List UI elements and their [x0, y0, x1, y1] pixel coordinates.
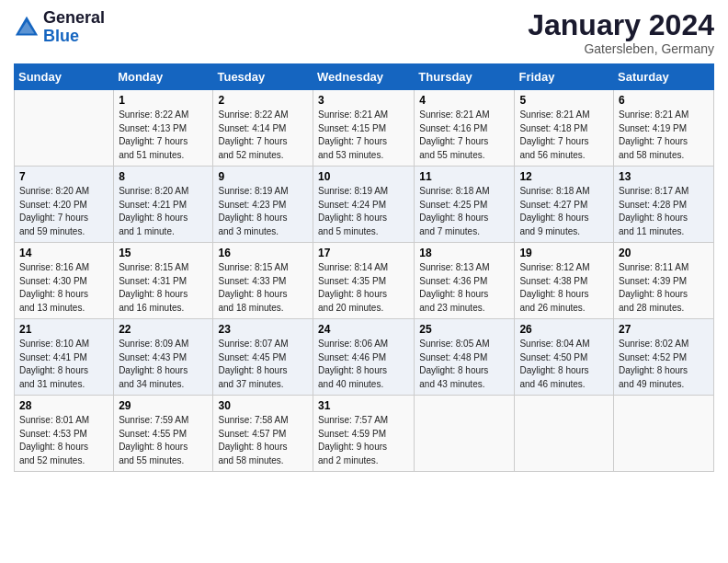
day-number: 24: [318, 323, 409, 336]
calendar-table: SundayMondayTuesdayWednesdayThursdayFrid…: [14, 63, 714, 472]
day-number: 22: [119, 323, 208, 336]
calendar-day-cell: 26Sunrise: 8:04 AM Sunset: 4:50 PM Dayli…: [515, 319, 614, 396]
day-info: Sunrise: 8:11 AM Sunset: 4:39 PM Dayligh…: [619, 261, 709, 315]
calendar-day-cell: 3Sunrise: 8:21 AM Sunset: 4:15 PM Daylig…: [313, 90, 415, 167]
day-number: 14: [19, 247, 108, 259]
day-number: 1: [119, 94, 208, 107]
calendar-header: SundayMondayTuesdayWednesdayThursdayFrid…: [15, 64, 714, 90]
calendar-day-cell: [614, 396, 714, 472]
day-number: 27: [619, 323, 709, 336]
day-info: Sunrise: 8:18 AM Sunset: 4:25 PM Dayligh…: [419, 185, 509, 238]
page-header: General Blue January 2024 Gatersleben, G…: [14, 9, 714, 56]
calendar-day-cell: 31Sunrise: 7:57 AM Sunset: 4:59 PM Dayli…: [313, 396, 415, 472]
day-number: 9: [218, 170, 308, 183]
weekday-row: SundayMondayTuesdayWednesdayThursdayFrid…: [15, 64, 714, 90]
calendar-day-cell: 28Sunrise: 8:01 AM Sunset: 4:53 PM Dayli…: [15, 396, 114, 472]
day-number: 16: [218, 247, 308, 259]
calendar-day-cell: 23Sunrise: 8:07 AM Sunset: 4:45 PM Dayli…: [213, 319, 313, 396]
calendar-day-cell: 25Sunrise: 8:05 AM Sunset: 4:48 PM Dayli…: [415, 319, 515, 396]
calendar-day-cell: 27Sunrise: 8:02 AM Sunset: 4:52 PM Dayli…: [614, 319, 714, 396]
day-info: Sunrise: 8:20 AM Sunset: 4:21 PM Dayligh…: [119, 185, 208, 238]
day-number: 21: [19, 323, 108, 336]
calendar-week-row: 14Sunrise: 8:16 AM Sunset: 4:30 PM Dayli…: [15, 243, 714, 319]
day-info: Sunrise: 8:04 AM Sunset: 4:50 PM Dayligh…: [519, 338, 609, 391]
calendar-day-cell: 22Sunrise: 8:09 AM Sunset: 4:43 PM Dayli…: [114, 319, 213, 396]
calendar-day-cell: 20Sunrise: 8:11 AM Sunset: 4:39 PM Dayli…: [614, 243, 714, 319]
day-info: Sunrise: 8:17 AM Sunset: 4:28 PM Dayligh…: [619, 185, 709, 238]
day-info: Sunrise: 8:21 AM Sunset: 4:15 PM Dayligh…: [318, 109, 409, 162]
day-info: Sunrise: 8:21 AM Sunset: 4:18 PM Dayligh…: [519, 109, 609, 162]
day-info: Sunrise: 8:18 AM Sunset: 4:27 PM Dayligh…: [519, 185, 609, 238]
calendar-day-cell: 5Sunrise: 8:21 AM Sunset: 4:18 PM Daylig…: [515, 90, 614, 167]
day-info: Sunrise: 8:19 AM Sunset: 4:24 PM Dayligh…: [318, 185, 409, 238]
calendar-day-cell: 4Sunrise: 8:21 AM Sunset: 4:16 PM Daylig…: [415, 90, 515, 167]
day-info: Sunrise: 8:21 AM Sunset: 4:16 PM Dayligh…: [419, 109, 509, 162]
weekday-header: Thursday: [415, 64, 515, 90]
day-number: 19: [519, 247, 609, 259]
day-number: 31: [318, 399, 409, 412]
calendar-day-cell: 6Sunrise: 8:21 AM Sunset: 4:19 PM Daylig…: [614, 90, 714, 167]
day-number: 25: [419, 323, 509, 336]
calendar-day-cell: [15, 90, 114, 167]
logo-icon: [14, 15, 40, 40]
day-info: Sunrise: 8:07 AM Sunset: 4:45 PM Dayligh…: [218, 338, 308, 391]
calendar-day-cell: 17Sunrise: 8:14 AM Sunset: 4:35 PM Dayli…: [313, 243, 415, 319]
calendar-day-cell: 30Sunrise: 7:58 AM Sunset: 4:57 PM Dayli…: [213, 396, 313, 472]
calendar-week-row: 7Sunrise: 8:20 AM Sunset: 4:20 PM Daylig…: [15, 167, 714, 243]
day-number: 15: [119, 247, 208, 259]
weekday-header: Tuesday: [213, 64, 313, 90]
day-number: 20: [619, 247, 709, 259]
day-number: 29: [119, 399, 208, 412]
day-info: Sunrise: 8:02 AM Sunset: 4:52 PM Dayligh…: [619, 338, 709, 391]
day-number: 10: [318, 170, 409, 183]
day-number: 28: [19, 399, 108, 412]
day-info: Sunrise: 8:13 AM Sunset: 4:36 PM Dayligh…: [419, 261, 509, 315]
calendar-week-row: 1Sunrise: 8:22 AM Sunset: 4:13 PM Daylig…: [15, 90, 714, 167]
day-info: Sunrise: 8:22 AM Sunset: 4:13 PM Dayligh…: [119, 109, 208, 162]
day-info: Sunrise: 8:19 AM Sunset: 4:23 PM Dayligh…: [218, 185, 308, 238]
weekday-header: Sunday: [15, 64, 114, 90]
day-info: Sunrise: 8:15 AM Sunset: 4:31 PM Dayligh…: [119, 261, 208, 315]
day-info: Sunrise: 7:57 AM Sunset: 4:59 PM Dayligh…: [318, 414, 409, 467]
calendar-day-cell: 1Sunrise: 8:22 AM Sunset: 4:13 PM Daylig…: [114, 90, 213, 167]
logo: General Blue: [14, 9, 105, 46]
day-info: Sunrise: 7:59 AM Sunset: 4:55 PM Dayligh…: [119, 414, 208, 467]
calendar-day-cell: 24Sunrise: 8:06 AM Sunset: 4:46 PM Dayli…: [313, 319, 415, 396]
calendar-day-cell: 12Sunrise: 8:18 AM Sunset: 4:27 PM Dayli…: [515, 167, 614, 243]
day-number: 3: [318, 94, 409, 107]
day-number: 23: [218, 323, 308, 336]
calendar-day-cell: 2Sunrise: 8:22 AM Sunset: 4:14 PM Daylig…: [213, 90, 313, 167]
calendar-day-cell: 29Sunrise: 7:59 AM Sunset: 4:55 PM Dayli…: [114, 396, 213, 472]
day-info: Sunrise: 8:12 AM Sunset: 4:38 PM Dayligh…: [519, 261, 609, 315]
day-info: Sunrise: 8:14 AM Sunset: 4:35 PM Dayligh…: [318, 261, 409, 315]
calendar-day-cell: 19Sunrise: 8:12 AM Sunset: 4:38 PM Dayli…: [515, 243, 614, 319]
day-number: 18: [419, 247, 509, 259]
day-number: 12: [519, 170, 609, 183]
logo-text: General Blue: [43, 9, 105, 46]
calendar-day-cell: 9Sunrise: 8:19 AM Sunset: 4:23 PM Daylig…: [213, 167, 313, 243]
day-number: 5: [519, 94, 609, 107]
calendar-day-cell: 13Sunrise: 8:17 AM Sunset: 4:28 PM Dayli…: [614, 167, 714, 243]
calendar-day-cell: 15Sunrise: 8:15 AM Sunset: 4:31 PM Dayli…: [114, 243, 213, 319]
calendar-day-cell: 16Sunrise: 8:15 AM Sunset: 4:33 PM Dayli…: [213, 243, 313, 319]
day-info: Sunrise: 8:22 AM Sunset: 4:14 PM Dayligh…: [218, 109, 308, 162]
day-info: Sunrise: 8:09 AM Sunset: 4:43 PM Dayligh…: [119, 338, 208, 391]
day-info: Sunrise: 8:16 AM Sunset: 4:30 PM Dayligh…: [19, 261, 108, 315]
day-number: 4: [419, 94, 509, 107]
calendar-day-cell: 11Sunrise: 8:18 AM Sunset: 4:25 PM Dayli…: [415, 167, 515, 243]
month-title: January 2024: [528, 9, 714, 41]
day-info: Sunrise: 7:58 AM Sunset: 4:57 PM Dayligh…: [218, 414, 308, 467]
weekday-header: Saturday: [614, 64, 714, 90]
day-info: Sunrise: 8:20 AM Sunset: 4:20 PM Dayligh…: [19, 185, 108, 238]
day-number: 17: [318, 247, 409, 259]
calendar-week-row: 28Sunrise: 8:01 AM Sunset: 4:53 PM Dayli…: [15, 396, 714, 472]
day-number: 13: [619, 170, 709, 183]
calendar-day-cell: 21Sunrise: 8:10 AM Sunset: 4:41 PM Dayli…: [15, 319, 114, 396]
day-number: 6: [619, 94, 709, 107]
day-number: 30: [218, 399, 308, 412]
day-number: 26: [519, 323, 609, 336]
day-number: 7: [19, 170, 108, 183]
calendar-day-cell: 7Sunrise: 8:20 AM Sunset: 4:20 PM Daylig…: [15, 167, 114, 243]
weekday-header: Monday: [114, 64, 213, 90]
calendar-week-row: 21Sunrise: 8:10 AM Sunset: 4:41 PM Dayli…: [15, 319, 714, 396]
